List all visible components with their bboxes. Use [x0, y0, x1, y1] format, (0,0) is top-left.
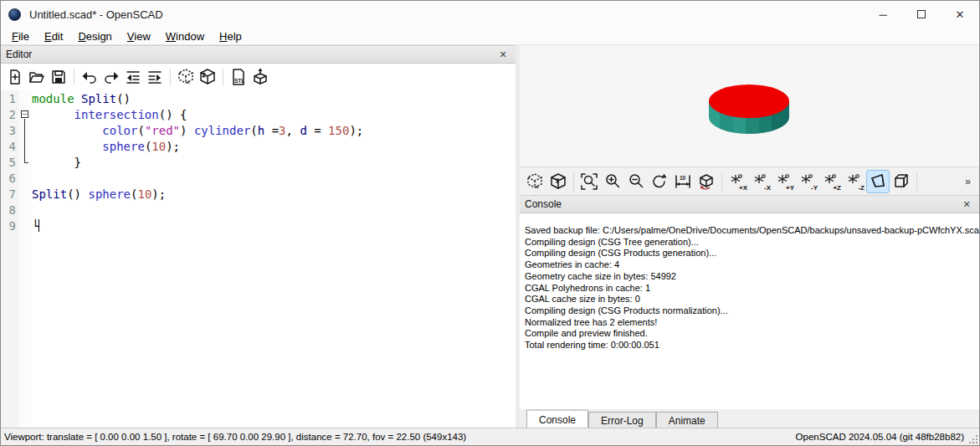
menu-item-window[interactable]: Window [158, 28, 212, 44]
minimize-icon: ─ [879, 8, 886, 21]
perspective-view-button[interactable] [866, 170, 890, 193]
toolbar-separator [573, 172, 574, 191]
editor-panel-header: Editor ✕ [1, 45, 516, 64]
view-minus-x-button[interactable]: -X [749, 170, 772, 193]
line-number: 1 [1, 91, 19, 107]
code-line: 9└ [1, 218, 516, 234]
line-number: 6 [1, 171, 19, 187]
line-number: 7 [1, 187, 19, 202]
main-area: Editor ✕ [1, 45, 979, 429]
axis-label: -Y [811, 184, 818, 192]
maximize-button[interactable] [902, 1, 941, 28]
orthogonal-view-button[interactable] [890, 170, 913, 193]
code-text: color("red") cylinder(h =3, d = 150); [32, 123, 363, 139]
zoom-all-button[interactable] [577, 170, 601, 193]
undo-icon [81, 69, 98, 85]
code-line: 7Split() sphere(10); [1, 187, 516, 202]
resize-grip[interactable] [969, 435, 977, 443]
version-status-text: OpenSCAD 2024.05.04 (git 48fb28b82) [796, 432, 976, 442]
tab-error-log[interactable]: Error-Log [588, 412, 656, 429]
window-controls: ─ ✕ [864, 1, 979, 28]
export-3d-button[interactable] [249, 66, 271, 88]
save-file-button[interactable] [48, 66, 69, 88]
console-line: Saved backup file: C:/Users/palme/OneDri… [525, 225, 979, 237]
undo-button[interactable] [79, 66, 100, 88]
menu-item-view[interactable]: View [120, 28, 158, 44]
zoom-in-button[interactable] [601, 170, 624, 193]
menu-item-design[interactable]: Design [70, 28, 119, 44]
console-line: CGAL cache size in bytes: 0 [525, 294, 979, 305]
code-text: module Split() [32, 91, 131, 107]
save-icon [50, 69, 67, 85]
reset-view-button[interactable] [648, 170, 671, 193]
fold-cell [19, 91, 32, 107]
code-text: Split() sphere(10); [32, 187, 166, 202]
code-editor[interactable]: 1module Split()2– intersection() {3 colo… [1, 90, 516, 429]
export-stl-button[interactable]: STL [228, 66, 249, 88]
zoom-out-button[interactable] [624, 170, 648, 193]
openscad-logo-icon [8, 8, 21, 21]
tab-console[interactable]: Console [526, 409, 588, 429]
toolbar-separator [721, 172, 722, 191]
zoom-out-icon [627, 172, 645, 191]
preview-button[interactable]: » [523, 170, 546, 193]
console-line: Geometry cache size in bytes: 54992 [525, 271, 979, 283]
redo-button[interactable] [100, 66, 122, 88]
axis-label: -Z [858, 184, 865, 192]
fold-cell [19, 218, 32, 234]
unindent-button[interactable] [122, 66, 144, 88]
menu-bar: FileEditDesignViewWindowHelp [1, 28, 979, 45]
toolbar-overflow-button[interactable]: » [960, 176, 976, 187]
view-minus-y-button[interactable]: -Y [796, 170, 819, 193]
code-line: 2– intersection() { [1, 107, 516, 123]
preview-button[interactable]: » [175, 66, 197, 88]
view-plus-x-button[interactable]: +X [726, 170, 749, 193]
open-file-button[interactable] [26, 66, 48, 88]
console-line: Compiling design (CSG Products generatio… [525, 248, 979, 259]
tab-animate[interactable]: Animate [656, 412, 718, 429]
view-plus-y-button[interactable]: +Y [772, 170, 796, 193]
render-button[interactable] [197, 66, 218, 88]
line-number: 2 [1, 107, 19, 123]
indent-button[interactable] [144, 66, 166, 88]
new-file-button[interactable] [4, 66, 26, 88]
bottom-tab-bar: ConsoleError-LogAnimate [520, 409, 979, 429]
measure-angle-button[interactable] [695, 170, 718, 193]
view-minus-z-button[interactable]: -Z [843, 170, 866, 193]
code-text: └ [32, 218, 39, 234]
fold-cell [19, 187, 32, 202]
view-plus-z-button[interactable]: +Z [819, 170, 843, 193]
axis-label: +Z [833, 184, 841, 192]
close-button[interactable]: ✕ [941, 1, 979, 28]
zoom-all-icon [580, 172, 598, 191]
preview-chevrons: » [187, 79, 190, 85]
editor-close-button[interactable]: ✕ [495, 48, 511, 61]
code-line: 8 [1, 202, 516, 218]
console-close-button[interactable]: ✕ [959, 197, 974, 211]
menu-item-edit[interactable]: Edit [37, 28, 70, 44]
3d-viewport[interactable] [520, 45, 979, 167]
measure-distance-icon: 10 [674, 172, 692, 191]
console-panel-header: Console ✕ [520, 195, 979, 213]
fold-cell [19, 171, 32, 187]
perspective-icon [869, 172, 887, 191]
unindent-icon [125, 69, 141, 85]
render-icon [549, 172, 567, 191]
render-button[interactable] [546, 170, 570, 193]
fold-marker[interactable]: – [19, 107, 32, 123]
zoom-in-icon [603, 172, 622, 191]
title-bar: Untitled.scad* - OpenSCAD ─ ✕ [1, 1, 979, 28]
minimize-button[interactable]: ─ [864, 1, 902, 28]
menu-item-help[interactable]: Help [212, 28, 249, 44]
menu-item-file[interactable]: File [4, 28, 37, 44]
line-number: 3 [1, 123, 19, 139]
console-output[interactable]: Saved backup file: C:/Users/palme/OneDri… [520, 213, 979, 409]
console-line: Total rendering time: 0:00:00.051 [525, 340, 979, 351]
code-line: 5 } [1, 155, 516, 171]
close-icon: ✕ [962, 199, 970, 210]
view-all-button[interactable]: 10 [671, 170, 695, 193]
preview-icon: » [526, 172, 544, 191]
text-caret [38, 219, 39, 232]
console-line: Normalized tree has 2 elements! [525, 317, 979, 329]
export-stl-icon: STL [229, 68, 248, 86]
